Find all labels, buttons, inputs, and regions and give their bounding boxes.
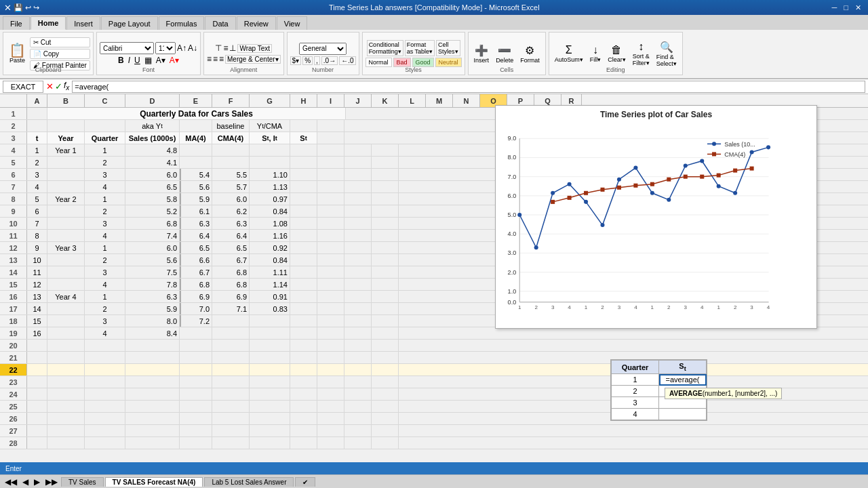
cell[interactable] xyxy=(290,230,317,241)
cell[interactable] xyxy=(125,376,180,388)
cell[interactable]: 6.5 xyxy=(212,242,250,253)
cell-empty[interactable] xyxy=(372,291,399,302)
cell[interactable] xyxy=(125,401,180,412)
cell-e3[interactable]: MA(4) xyxy=(180,132,212,144)
cell-empty[interactable] xyxy=(372,376,399,388)
cell[interactable] xyxy=(180,388,212,400)
cell[interactable]: 6.3 xyxy=(212,218,250,229)
small-table-st1[interactable]: =average( xyxy=(659,374,707,386)
cell[interactable] xyxy=(27,376,47,388)
cell[interactable]: 15 xyxy=(27,315,47,327)
cell[interactable]: 7.0 xyxy=(180,303,212,314)
quick-access-redo[interactable]: ↪ xyxy=(33,3,39,12)
cell[interactable] xyxy=(47,205,85,217)
cell[interactable] xyxy=(180,352,212,363)
cell[interactable]: 4.8 xyxy=(125,144,180,156)
wrap-text-button[interactable]: Wrap Text xyxy=(237,44,272,53)
cell-i2[interactable] xyxy=(317,120,344,131)
fill-color-button[interactable]: A▾ xyxy=(155,56,167,65)
cell[interactable] xyxy=(212,340,250,351)
cell[interactable] xyxy=(47,364,85,375)
cell-b1[interactable]: Quarterly Data for Cars Sales xyxy=(47,108,346,119)
cell[interactable]: 5.9 xyxy=(180,193,212,205)
number-format-select[interactable]: General xyxy=(299,43,347,55)
cell[interactable]: 0.92 xyxy=(250,242,290,253)
delete-cells-button[interactable]: ➖ Delete xyxy=(493,43,516,65)
cell-a3[interactable]: t xyxy=(27,132,47,144)
cell[interactable]: 1 xyxy=(85,242,125,253)
cell[interactable] xyxy=(47,401,85,412)
cell-empty[interactable] xyxy=(372,388,399,400)
cell[interactable] xyxy=(47,413,85,424)
sheet-tab-lab5[interactable]: Lab 5 Lost Sales Answer xyxy=(204,477,294,487)
cell[interactable]: 6.8 xyxy=(125,218,180,229)
cell[interactable]: 9 xyxy=(27,242,47,253)
cell[interactable]: 8.4 xyxy=(125,327,180,339)
cell[interactable]: 3 xyxy=(27,169,47,180)
cell-empty[interactable] xyxy=(372,144,399,156)
cell[interactable]: 5.2 xyxy=(125,205,180,217)
cell[interactable] xyxy=(212,388,250,400)
cell[interactable]: 1 xyxy=(85,144,125,156)
cell[interactable] xyxy=(47,437,85,449)
cell[interactable] xyxy=(250,364,290,375)
decrease-font-icon[interactable]: A↓ xyxy=(188,43,197,53)
cell[interactable]: 6.6 xyxy=(180,254,212,266)
cell[interactable]: 6.8 xyxy=(180,279,212,290)
cell-empty[interactable] xyxy=(344,205,372,217)
autosum-button[interactable]: Σ AutoSum▾ xyxy=(552,43,586,64)
cell-empty[interactable] xyxy=(372,169,399,180)
paste-button[interactable]: 📋 Paste xyxy=(6,42,28,65)
cell[interactable] xyxy=(290,218,317,229)
cell-empty[interactable] xyxy=(372,352,399,363)
cell[interactable]: 1 xyxy=(85,193,125,205)
cell-empty[interactable] xyxy=(317,205,344,217)
cell[interactable] xyxy=(290,352,317,363)
cell[interactable]: 7.1 xyxy=(212,303,250,314)
cell[interactable]: 5.8 xyxy=(125,193,180,205)
cell[interactable] xyxy=(212,157,250,168)
cell[interactable] xyxy=(85,425,125,436)
cell[interactable]: 16 xyxy=(27,327,47,339)
cell[interactable]: 4 xyxy=(85,181,125,192)
cell-empty[interactable] xyxy=(317,425,344,436)
cell-empty[interactable] xyxy=(372,254,399,266)
cell-c3[interactable]: Quarter xyxy=(85,132,125,144)
cell-empty[interactable] xyxy=(372,157,399,168)
cell-g3[interactable]: St, It xyxy=(250,132,290,144)
cell[interactable]: 6.9 xyxy=(180,291,212,302)
quick-access-undo[interactable]: ↩ xyxy=(25,3,31,12)
cell-empty[interactable] xyxy=(317,327,344,339)
cell[interactable] xyxy=(85,437,125,449)
sort-filter-button[interactable]: ↕ Sort &Filter▾ xyxy=(630,39,652,68)
cell[interactable] xyxy=(47,218,85,229)
cell[interactable] xyxy=(250,327,290,339)
cell-empty[interactable] xyxy=(317,291,344,302)
sheet-nav-left[interactable]: ◀◀ xyxy=(3,477,19,487)
cell[interactable] xyxy=(290,205,317,217)
merge-center-button[interactable]: Merge & Center▾ xyxy=(225,55,281,64)
align-middle-icon[interactable]: ≡ xyxy=(223,43,228,53)
underline-button[interactable]: U xyxy=(133,56,142,65)
cell-styles-button[interactable]: CellStyles▾ xyxy=(436,40,460,56)
cell-empty[interactable] xyxy=(372,437,399,449)
cell[interactable]: 6.7 xyxy=(180,266,212,278)
cell[interactable] xyxy=(180,340,212,351)
cell[interactable] xyxy=(250,401,290,412)
cell[interactable] xyxy=(290,169,317,180)
col-header-h[interactable]: H xyxy=(290,94,317,107)
cell-empty[interactable] xyxy=(317,413,344,424)
cell[interactable] xyxy=(212,401,250,412)
decrease-decimal-button[interactable]: ←.0 xyxy=(339,56,355,65)
col-header-l[interactable]: L xyxy=(399,94,426,107)
cell[interactable] xyxy=(212,376,250,388)
cell[interactable] xyxy=(47,376,85,388)
cell[interactable]: 11 xyxy=(27,266,47,278)
percent-button[interactable]: % xyxy=(302,56,313,65)
cell[interactable] xyxy=(85,401,125,412)
minimize-button[interactable]: ─ xyxy=(829,3,840,12)
cell[interactable]: 6.1 xyxy=(180,205,212,217)
cell[interactable]: 6.4 xyxy=(180,230,212,241)
cell[interactable] xyxy=(250,376,290,388)
align-right-icon[interactable]: ≡ xyxy=(219,54,224,64)
